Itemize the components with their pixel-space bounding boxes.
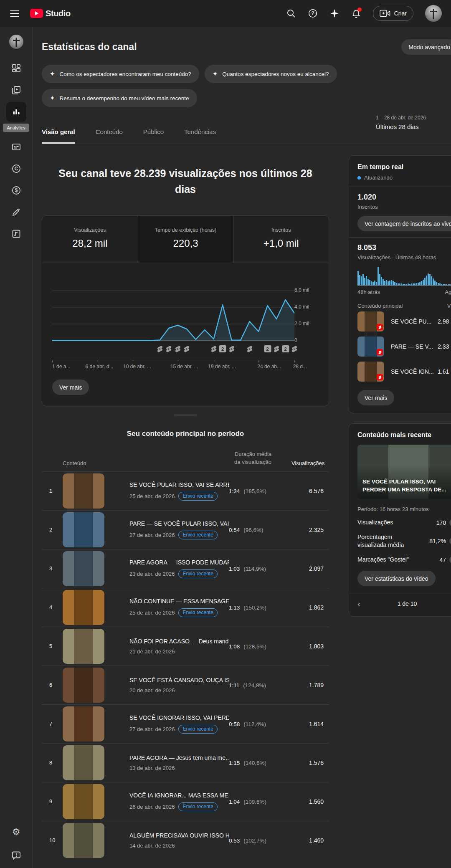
realtime-bar — [444, 284, 446, 285]
table-header: Conteúdo Duração média da visualização V… — [42, 450, 329, 471]
realtime-list-item[interactable]: PARE — SE V...2.33 — [357, 334, 451, 359]
shorts-upload-marker[interactable] — [174, 345, 182, 354]
shorts-upload-marker[interactable] — [273, 345, 280, 354]
shorts-upload-marker[interactable] — [183, 345, 190, 354]
video-thumbnail — [357, 362, 384, 382]
table-row[interactable]: 10ALGUÉM PRECISAVA OUVIR ISSO H...14 de … — [42, 821, 329, 860]
table-row[interactable]: 3PARE AGORA — ISSO PODE MUDAR...23 de ab… — [42, 549, 329, 588]
sidebar-item-analytics[interactable] — [0, 101, 32, 123]
latest-metric-value: 81,2% — [429, 538, 446, 544]
create-button[interactable]: Criar — [373, 6, 413, 21]
realtime-list-item[interactable]: SE VOCÊ PU...2.98 — [357, 309, 451, 334]
help-icon[interactable]: ? — [308, 8, 318, 18]
see-more-button[interactable]: Ver mais — [52, 380, 89, 395]
latest-content-panel: Conteúdo mais recente SE VOCÊ PULAR ISSO… — [349, 423, 451, 617]
video-views: 1.61 — [438, 368, 449, 375]
avg-view-duration: 1:08 — [229, 643, 240, 650]
column-views[interactable]: Visualizações — [291, 460, 329, 466]
video-title: PARE AGORA — Jesus tem uma me... — [129, 754, 229, 761]
shorts-icon — [377, 324, 383, 330]
youtube-studio-logo[interactable]: Studio — [30, 9, 71, 18]
realtime-bar — [438, 283, 439, 285]
column-avg-duration[interactable]: Duração média da visualização — [229, 450, 291, 466]
avg-view-percentage: (140,6%) — [243, 760, 266, 766]
shorts-upload-marker[interactable] — [156, 345, 164, 354]
sidebar-item-audio-library[interactable] — [0, 223, 32, 245]
video-title: PARE — SE VOCÊ PULAR ISSO, VAI ... — [129, 520, 229, 527]
advanced-mode-button[interactable]: Modo avançado — [401, 39, 451, 55]
shorts-upload-marker[interactable] — [210, 345, 218, 354]
realtime-list-item[interactable]: SE VOCÊ IGN...1.61 — [357, 359, 451, 384]
video-thumbnail — [63, 823, 104, 858]
metric-tab-watch-time[interactable]: Tempo de exibição (horas) 220,3 — [138, 216, 233, 263]
table-row[interactable]: 2PARE — SE VOCÊ PULAR ISSO, VAI ...27 de… — [42, 510, 329, 549]
notifications-bell-icon[interactable] — [351, 8, 361, 18]
realtime-title: Em tempo real — [357, 163, 451, 171]
avg-view-duration: 1:11 — [229, 682, 239, 688]
live-subscriber-count-button[interactable]: Ver contagem de inscritos ao vivo — [357, 216, 451, 231]
tab-audience[interactable]: Público — [143, 128, 164, 144]
views-count: 2.325 — [309, 526, 324, 533]
x-tick-label: 28 d... — [293, 364, 307, 369]
chip-new-viewers-reached[interactable]: ✦ Quantos espectadores novos eu alcancei… — [205, 65, 337, 83]
shorts-upload-marker[interactable] — [228, 345, 236, 354]
realtime-bar — [367, 279, 369, 285]
views-count: 1.789 — [309, 682, 324, 688]
avg-view-percentage: (96,6%) — [243, 527, 263, 533]
sidebar-item-feedback[interactable] — [0, 843, 32, 868]
metric-tab-views[interactable]: Visualizações 28,2 mil — [42, 216, 138, 263]
create-video-icon — [380, 10, 390, 17]
shorts-upload-count-marker[interactable]: 2 — [219, 345, 226, 352]
date-range-picker[interactable]: 1 – 28 de abr. de 2026 Últimos 28 dias — [376, 115, 426, 130]
chevron-left-icon[interactable]: ‹ — [357, 599, 360, 608]
latest-video-thumbnail[interactable]: SE VOCÊ PULAR ISSO, VAI PERDER UMA RESPO… — [357, 445, 451, 499]
table-row[interactable]: 4NÃO CONTINUE — ESSA MENSAGE...25 de abr… — [42, 588, 329, 627]
shorts-upload-marker[interactable] — [291, 345, 298, 354]
column-content[interactable]: Conteúdo — [63, 460, 86, 466]
avg-view-percentage: (112,4%) — [243, 721, 266, 727]
realtime-bar — [429, 274, 431, 285]
shorts-upload-count-marker[interactable]: 2 — [282, 345, 289, 352]
metric-tab-subscribers[interactable]: Inscritos +1,0 mil — [233, 216, 329, 263]
latest-metric-label: Visualizações — [357, 519, 420, 527]
tab-content[interactable]: Conteúdo — [96, 128, 123, 144]
realtime-bar — [418, 283, 419, 285]
realtime-see-more-button[interactable]: Ver mais — [357, 390, 394, 405]
shorts-upload-marker[interactable] — [246, 345, 253, 354]
audio-library-icon — [11, 229, 21, 239]
table-row[interactable]: 8PARE AGORA — Jesus tem uma me...13 de a… — [42, 743, 329, 782]
sidebar-item-copyright[interactable]: C — [0, 158, 32, 180]
recent-upload-badge: Envio recente — [178, 569, 217, 578]
table-row[interactable]: 9VOCÊ IA IGNORAR... MAS ESSA ME...26 de … — [42, 782, 329, 821]
chip-how-viewers-found[interactable]: ✦ Como os espectadores encontraram meu c… — [42, 65, 199, 83]
subscriber-count: 1.020 — [357, 193, 451, 202]
shorts-upload-marker[interactable] — [165, 345, 172, 354]
publish-date: 27 de abr. de 2026 — [129, 726, 175, 732]
sidebar-item-monetization[interactable]: $ — [0, 180, 32, 201]
realtime-bar — [428, 273, 429, 285]
account-avatar[interactable] — [425, 5, 442, 22]
sidebar-item-subtitles[interactable] — [0, 136, 32, 158]
tab-trends[interactable]: Tendências — [184, 128, 216, 144]
chip-summarize-latest-video[interactable]: ✦ Resuma o desempenho do meu vídeo mais … — [42, 89, 197, 107]
sidebar-item-settings[interactable]: ⚙ — [0, 821, 32, 843]
shorts-upload-count-marker[interactable]: 2 — [264, 345, 271, 352]
menu-icon[interactable] — [10, 8, 19, 18]
realtime-bar — [379, 274, 380, 285]
ai-sparkle-icon[interactable] — [329, 8, 340, 18]
table-row[interactable]: 6SE VOCÊ ESTÁ CANSADO, OUÇA IS...20 de a… — [42, 666, 329, 704]
date-preset-text: Últimos 28 dias — [376, 123, 426, 130]
sidebar-item-customization[interactable] — [0, 201, 32, 223]
table-row[interactable]: 1SE VOCÊ PULAR ISSO, VAI SE ARRE...25 de… — [42, 471, 329, 510]
table-row[interactable]: 7SE VOCÊ IGNORAR ISSO, VAI PERD...27 de … — [42, 704, 329, 743]
sidebar-item-dashboard[interactable] — [0, 58, 32, 79]
channel-avatar[interactable] — [9, 35, 23, 49]
search-icon[interactable] — [286, 8, 296, 18]
video-stats-button[interactable]: Ver estatísticas do vídeo — [357, 571, 436, 586]
youtube-play-icon — [30, 9, 43, 18]
sidebar-item-content[interactable] — [0, 79, 32, 101]
tab-overview[interactable]: Visão geral — [42, 128, 75, 144]
sparkle-icon: ✦ — [213, 70, 218, 78]
table-row[interactable]: 5NÃO FOI POR ACASO — Deus mand...21 de a… — [42, 627, 329, 666]
y-tick-label: 6,0 mil — [294, 287, 309, 293]
